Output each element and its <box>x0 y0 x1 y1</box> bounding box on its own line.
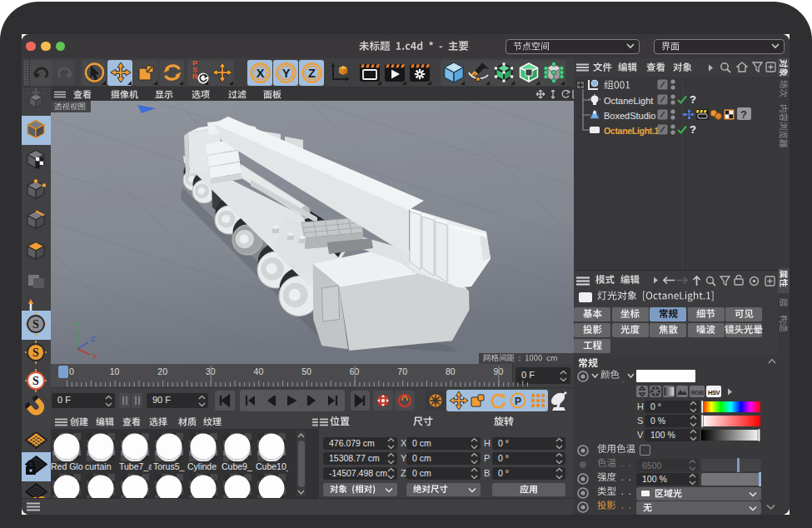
svg-text:Y: Y <box>282 67 291 80</box>
svg-text:0: 0 <box>69 366 74 376</box>
svg-text:50: 50 <box>301 366 311 376</box>
svg-text:S: S <box>32 375 39 387</box>
svg-text:S: S <box>32 318 39 331</box>
svg-text:40: 40 <box>254 366 264 376</box>
svg-text:S: S <box>32 346 39 359</box>
svg-text:Y: Y <box>74 321 79 329</box>
svg-text:Z: Z <box>91 335 96 343</box>
svg-text:20: 20 <box>157 366 167 376</box>
svg-text:P: P <box>515 396 521 407</box>
svg-text:80: 80 <box>446 366 456 376</box>
svg-text:Z: Z <box>308 67 316 80</box>
svg-text:X: X <box>257 67 265 80</box>
svg-text:70: 70 <box>397 366 407 376</box>
svg-text:X: X <box>92 352 97 361</box>
svg-text:10: 10 <box>110 366 120 376</box>
